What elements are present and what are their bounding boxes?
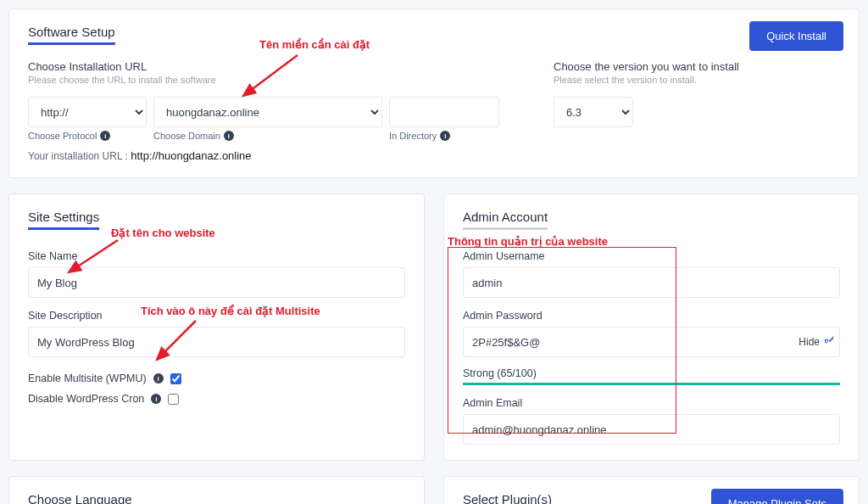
choose-language-card: Choose Language bbox=[8, 476, 425, 504]
annotation-sitename: Đặt tên cho website bbox=[111, 227, 215, 239]
admin-email-label: Admin Email bbox=[463, 397, 840, 409]
enable-multisite-label: Enable Multisite (WPMU) bbox=[28, 372, 147, 384]
version-select[interactable]: 6.3 bbox=[554, 97, 633, 127]
choose-url-label: Choose Installation URL bbox=[28, 60, 503, 73]
admin-username-label: Admin Username bbox=[463, 250, 840, 262]
annotation-domain: Tên miền cần cài đặt bbox=[259, 38, 370, 51]
software-setup-title: Software Setup bbox=[28, 25, 115, 45]
annotation-admin: Thông tin quản trị của website bbox=[448, 235, 608, 248]
hide-password-toggle[interactable]: Hide bbox=[798, 336, 835, 348]
admin-account-card: Admin Account Admin Username Admin Passw… bbox=[443, 193, 860, 461]
password-strength: Strong (65/100) bbox=[463, 361, 840, 385]
quick-install-button[interactable]: Quick Install bbox=[749, 21, 843, 51]
admin-email-input[interactable] bbox=[463, 414, 840, 445]
site-name-label: Site Name bbox=[28, 250, 405, 262]
choose-version-label: Choose the version you want to install bbox=[554, 60, 840, 73]
admin-username-input[interactable] bbox=[463, 267, 840, 298]
manage-plugin-sets-button[interactable]: Manage Plugin Sets bbox=[711, 489, 843, 504]
software-setup-card: Software Setup Quick Install Choose Inst… bbox=[8, 8, 860, 178]
directory-input[interactable] bbox=[389, 97, 499, 127]
info-icon: i bbox=[151, 394, 161, 404]
admin-account-title: Admin Account bbox=[463, 210, 548, 230]
protocol-select[interactable]: http:// bbox=[28, 97, 147, 127]
admin-password-label: Admin Password bbox=[463, 310, 840, 322]
info-icon: i bbox=[224, 131, 234, 141]
disable-cron-checkbox[interactable] bbox=[168, 394, 179, 405]
site-desc-input[interactable] bbox=[28, 327, 405, 357]
choose-url-sub: Please choose the URL to install the sof… bbox=[28, 75, 503, 85]
choose-version-sub: Please select the version to install. bbox=[554, 75, 840, 85]
domain-select[interactable]: huongdanaz.online bbox=[153, 97, 382, 127]
choose-language-title: Choose Language bbox=[28, 492, 132, 504]
domain-label: Choose Domain bbox=[153, 131, 220, 141]
protocol-label: Choose Protocol bbox=[28, 131, 97, 141]
key-icon bbox=[823, 336, 835, 348]
site-settings-card: Site Settings Site Name Site Description… bbox=[8, 193, 425, 461]
select-plugins-title: Select Plugin(s) bbox=[463, 492, 552, 504]
directory-label: In Directory bbox=[389, 131, 437, 141]
info-icon: i bbox=[153, 373, 164, 384]
site-name-input[interactable] bbox=[28, 267, 405, 298]
info-icon: i bbox=[100, 131, 110, 141]
enable-multisite-checkbox[interactable] bbox=[170, 373, 181, 384]
site-desc-label: Site Description bbox=[28, 310, 405, 322]
info-icon: i bbox=[440, 131, 450, 141]
disable-cron-label: Disable WordPress Cron bbox=[28, 393, 144, 405]
site-settings-title: Site Settings bbox=[28, 210, 99, 230]
select-plugins-card: Select Plugin(s) Manage Plugin Sets bbox=[443, 476, 860, 504]
admin-password-input[interactable] bbox=[463, 327, 840, 357]
installation-url-line: Your installation URL : http://huongdana… bbox=[28, 149, 503, 162]
